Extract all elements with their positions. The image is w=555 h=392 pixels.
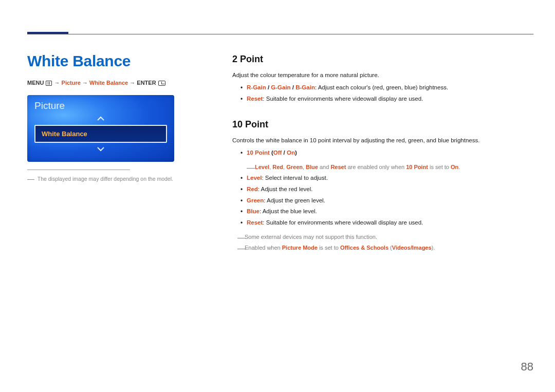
section-heading-10point: 10 Point [232,118,524,132]
breadcrumb-arrow: → [54,80,62,86]
note-picture-mode: ― Enabled when Picture Mode is set to Of… [232,244,524,252]
reset-label: Reset [247,96,263,102]
breadcrumb-picture: Picture [62,80,81,86]
list-item: Green: Adjust the green level. [232,196,524,206]
disclaimer-body: The displayed image may differ depending… [38,176,173,182]
green-label: Green [247,197,264,203]
section-heading-2point: 2 Point [232,52,524,67]
menu-icon [46,81,52,86]
breadcrumb-menu-label: MENU [27,80,44,86]
osd-arrow-up-row [34,115,167,123]
gain-desc: : Adjust each colour's (red, green, blue… [315,84,448,90]
list-item: 10 Point (Off / On) [232,148,524,158]
list-item: Red: Adjust the red level. [232,185,524,194]
bullets-10point: 10 Point (Off / On) [232,148,524,158]
intro-10point: Controls the white balance in 10 point i… [232,136,524,145]
list-item: R-Gain / G-Gain / B-Gain: Adjust each co… [232,83,524,92]
osd-menu-title: Picture [34,100,167,111]
bullets-2point: R-Gain / G-Gain / B-Gain: Adjust each co… [232,83,524,104]
disclaimer-rule [27,170,130,170]
dash-icon: ― [247,162,255,175]
breadcrumb-enter-label: ENTER [137,80,156,86]
page-title: White Balance [27,52,131,70]
note-external-devices: ― Some external devices may not support … [232,233,524,241]
enter-icon [158,81,165,86]
bullets-10point-detail: Level: Select interval to adjust. Red: A… [232,174,524,228]
enable-note: ― Level, Red, Green, Blue and Reset are … [232,163,524,172]
chevron-up-icon[interactable] [97,116,105,122]
dash-icon: ― [237,242,246,255]
reset-label-10p: Reset [247,219,263,226]
list-item: Reset: Suitable for environments where v… [232,95,524,104]
r-gain-label: R-Gain [247,84,266,90]
red-label: Red [247,186,258,192]
toggle-on: On [287,150,295,156]
breadcrumb-arrow: → [130,80,137,86]
content-column: 2 Point Adjust the colour temperature fo… [232,52,524,252]
chevron-down-icon[interactable] [97,146,105,152]
level-label: Level [247,175,262,181]
osd-selected-item[interactable]: White Balance [34,125,167,143]
breadcrumb: MENU → Picture → White Balance → ENTER [27,80,166,86]
intro-2point: Adjust the colour temperature for a more… [232,71,524,80]
list-item: Level: Select interval to adjust. [232,174,524,183]
blue-label: Blue [247,208,260,214]
disclaimer-text: ― The displayed image may differ dependi… [27,175,173,183]
osd-arrow-down-row [34,145,167,153]
breadcrumb-white-balance: White Balance [89,80,128,86]
toggle-off: Off [273,150,282,156]
list-item: Blue: Adjust the blue level. [232,207,524,216]
osd-menu-panel: Picture White Balance [27,95,174,162]
reset-desc: : Suitable for environments where videow… [263,96,423,102]
header-rule [27,34,533,34]
dash-icon: ― [27,175,34,183]
g-gain-label: G-Gain [271,84,290,90]
list-item: Reset: Suitable for environments where v… [232,218,524,228]
breadcrumb-arrow: → [82,80,89,86]
b-gain-label: B-Gain [295,84,315,90]
page-number: 88 [521,360,533,374]
tenpoint-toggle-label: 10 Point [247,150,270,156]
